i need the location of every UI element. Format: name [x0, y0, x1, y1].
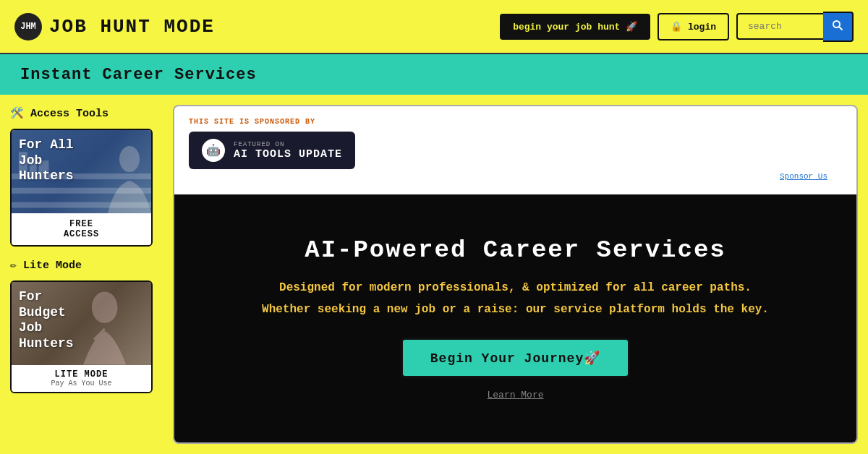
lite-mode-card[interactable]: For Budget Job Hunters LITE MODE Pay As … [10, 280, 153, 393]
main-layout: 🛠️ Access Tools [0, 95, 868, 454]
free-card-image: For All Job Hunters [12, 130, 151, 213]
content-area: THIS SITE IS SPONSORED BY 🤖 FEATURED ON … [163, 95, 868, 454]
sponsor-label: THIS SITE IS SPONSORED BY [189, 118, 842, 126]
svg-line-1 [839, 27, 842, 30]
lite-mode-footer-sub: Pay As You Use [16, 380, 147, 387]
login-button[interactable]: 🔒 login [658, 13, 729, 40]
free-label: FREE [17, 219, 145, 229]
free-card-footer: FREE ACCESS [12, 213, 151, 245]
access-label: ACCESS [17, 229, 145, 239]
sponsor-area: THIS SITE IS SPONSORED BY 🤖 FEATURED ON … [174, 106, 856, 194]
begin-journey-button[interactable]: Begin Your Journey🚀 [401, 338, 630, 378]
lite-card-overlay-text: For Budget Job Hunters [19, 289, 74, 351]
header: JHM JOB HUNT MODE begin your job hunt 🚀 … [0, 0, 868, 54]
lite-card-footer: LITE MODE Pay As You Use [12, 365, 151, 392]
sidebar: 🛠️ Access Tools [0, 95, 163, 454]
header-right: begin your job hunt 🚀 🔒 login [500, 12, 854, 42]
featured-on-label: FEATURED ON [234, 141, 342, 148]
search-icon [832, 20, 843, 34]
free-card-overlay-text: For All Job Hunters [19, 137, 74, 184]
free-access-card[interactable]: For All Job Hunters FREE ACCESS [10, 129, 153, 247]
logo-container: JHM JOB HUNT MODE [14, 13, 500, 40]
hero-section: AI-Powered Career Services Designed for … [174, 194, 856, 442]
hero-subtitle2: Whether seeking a new job or a raise: ou… [262, 303, 769, 316]
sponsor-text-area: FEATURED ON AI TOOLS UPDATE [234, 141, 342, 160]
lite-mode-title: ✏️ Lite Mode [10, 258, 153, 272]
hero-title: AI-Powered Career Services [305, 236, 726, 264]
search-button[interactable] [823, 12, 854, 42]
access-tools-title: 🛠️ Access Tools [10, 106, 153, 120]
teal-banner: Instant Career Services [0, 54, 868, 95]
instant-career-services-heading: Instant Career Services [20, 66, 257, 84]
lite-card-image: For Budget Job Hunters [12, 282, 151, 365]
logo-icon: JHM [14, 13, 42, 40]
sponsor-us-link[interactable]: Sponsor Us [189, 169, 842, 187]
search-container [736, 12, 854, 42]
svg-point-9 [92, 291, 118, 323]
svg-rect-5 [12, 202, 151, 208]
svg-rect-4 [12, 188, 151, 194]
hero-subtitle1: Designed for modern professionals, & opt… [279, 281, 752, 294]
search-input[interactable] [736, 13, 823, 40]
begin-job-hunt-button[interactable]: begin your job hunt 🚀 [500, 14, 650, 40]
sponsor-icon: 🤖 [202, 139, 225, 162]
sponsor-badge[interactable]: 🤖 FEATURED ON AI TOOLS UPDATE [189, 132, 355, 169]
content-inner: THIS SITE IS SPONSORED BY 🤖 FEATURED ON … [173, 105, 858, 444]
sponsor-name: AI TOOLS UPDATE [234, 148, 342, 160]
lite-mode-footer-label: LITE MODE [16, 369, 147, 380]
logo-text: JOB HUNT MODE [49, 16, 215, 38]
learn-more-link[interactable]: Learn More [487, 390, 543, 401]
